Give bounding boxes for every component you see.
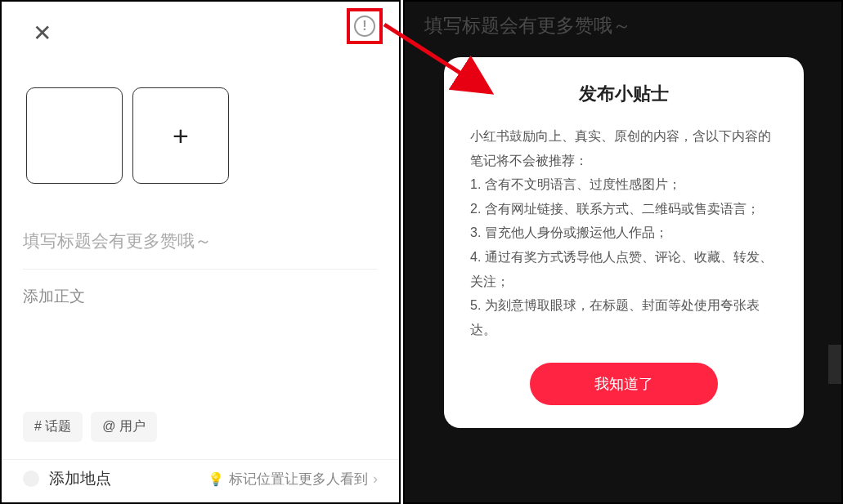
location-hint-text: 标记位置让更多人看到 (229, 470, 368, 488)
location-icon (23, 471, 39, 487)
modal-rule: 2. 含有网址链接、联系方式、二维码或售卖语言； (470, 197, 778, 221)
modal-body: 小红书鼓励向上、真实、原创的内容，含以下内容的笔记将不会被推荐： 1. 含有不文… (470, 124, 778, 341)
image-thumbnails: + (26, 87, 378, 184)
close-icon[interactable]: ✕ (33, 20, 52, 47)
modal-intro: 小红书鼓励向上、真实、原创的内容，含以下内容的笔记将不会被推荐： (470, 124, 778, 172)
topic-tag-button[interactable]: # 话题 (23, 412, 83, 442)
side-tab (828, 345, 841, 384)
tag-row: # 话题 @ 用户 (23, 412, 157, 442)
chevron-right-icon: › (373, 471, 378, 488)
modal-title: 发布小贴士 (470, 82, 778, 106)
modal-rule: 3. 冒充他人身份或搬运他人作品； (470, 221, 778, 245)
body-input[interactable]: 添加正文 (23, 286, 378, 307)
tips-modal-panel: 填写标题会有更多赞哦～ 发布小贴士 小红书鼓励向上、真实、原创的内容，含以下内容… (403, 0, 843, 504)
plus-icon: + (173, 120, 189, 152)
add-image-button[interactable]: + (132, 87, 229, 184)
mention-user-button[interactable]: @ 用户 (91, 412, 157, 442)
image-thumbnail[interactable] (26, 87, 123, 184)
location-hint: 💡 标记位置让更多人看到 › (208, 470, 378, 488)
modal-rule: 4. 通过有奖方式诱导他人点赞、评论、收藏、转发、关注； (470, 245, 778, 293)
tips-icon-highlight: ! (347, 8, 383, 44)
location-row[interactable]: 添加地点 💡 标记位置让更多人看到 › (2, 459, 399, 493)
lightbulb-icon: 💡 (208, 471, 224, 487)
modal-rule: 5. 为刻意博取眼球，在标题、封面等处使用夸张表达。 (470, 293, 778, 341)
title-input[interactable]: 填写标题会有更多赞哦～ (23, 230, 378, 270)
ok-button[interactable]: 我知道了 (530, 363, 718, 405)
add-location-label: 添加地点 (49, 468, 111, 489)
post-editor-panel: ✕ ! + 填写标题会有更多赞哦～ 添加正文 # 话题 @ 用户 添加地点 💡 … (0, 0, 401, 504)
tips-modal: 发布小贴士 小红书鼓励向上、真实、原创的内容，含以下内容的笔记将不会被推荐： 1… (444, 57, 804, 428)
info-icon[interactable]: ! (354, 16, 375, 37)
bg-title-placeholder: 填写标题会有更多赞哦～ (405, 2, 841, 38)
modal-rule: 1. 含有不文明语言、过度性感图片； (470, 172, 778, 197)
